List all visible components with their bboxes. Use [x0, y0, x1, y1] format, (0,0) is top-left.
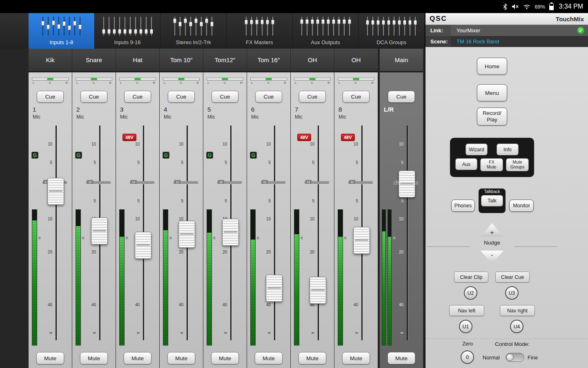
monitor-button[interactable]: Monitor [509, 200, 534, 212]
fx-mute-button[interactable]: FX Mute [480, 158, 503, 171]
mini-fader [205, 17, 208, 36]
fader-handle[interactable] [178, 221, 195, 248]
user-button-u4[interactable]: U4 [510, 320, 523, 333]
cue-button[interactable]: Cue [255, 91, 282, 103]
fader-handle[interactable] [353, 227, 370, 254]
mute-button[interactable]: Mute [80, 352, 108, 364]
menu-button[interactable]: Menu [477, 84, 507, 101]
clear-clip-button[interactable]: Clear Clip [454, 272, 488, 283]
mute-button[interactable]: Mute [36, 352, 64, 364]
tab-label: Aux Outputs [311, 39, 340, 49]
channel-select-header[interactable]: OH [334, 49, 378, 72]
user-button-u1[interactable]: U1 [459, 320, 472, 333]
home-button[interactable]: Home [477, 58, 507, 75]
phones-button[interactable]: Phones [451, 200, 475, 212]
fader-handle[interactable] [47, 178, 64, 205]
channel-select-header[interactable]: Tom 10" [160, 49, 203, 72]
fader-handle[interactable] [135, 232, 151, 259]
channel-select-header[interactable]: Tom12" [203, 49, 247, 72]
mini-fader [102, 17, 105, 36]
user-button-u3[interactable]: U3 [505, 286, 519, 300]
cue-button[interactable]: Cue [124, 91, 151, 103]
channel-select-header[interactable]: Kik [29, 49, 72, 72]
tab-inputs-9-16[interactable]: Inputs 9-16 [95, 13, 161, 49]
fader-scale-mark: 20 [45, 250, 52, 254]
fader-scale-mark: 10 [307, 142, 314, 146]
fader-handle[interactable] [266, 275, 283, 302]
tab-stereo-in-2-trk[interactable]: Stereo In/2-Trk [160, 13, 227, 49]
mute-button[interactable]: Mute [211, 352, 239, 364]
divider [514, 246, 557, 247]
mute-button[interactable]: Mute [342, 352, 370, 364]
channel-select-header[interactable]: Snare [72, 49, 116, 72]
fader-scale-mark: 5 [176, 199, 183, 203]
meter-fill [32, 220, 37, 345]
channel-strip-body: L C R Cue 7 Mic 48V 0 105U5102040∞ Mute [291, 72, 334, 368]
user-button-u2[interactable]: U2 [464, 286, 477, 300]
control-mode-toggle[interactable] [506, 353, 524, 362]
mini-fader [261, 17, 264, 36]
tab-fx-masters[interactable]: FX Masters [227, 13, 293, 49]
mini-fader [316, 17, 319, 36]
channel-select-header[interactable]: OH [291, 49, 334, 72]
level-meter [338, 209, 343, 346]
mini-fader [408, 17, 412, 36]
talk-button[interactable]: Talk [481, 195, 503, 206]
clear-cue-button[interactable]: Clear Cue [495, 272, 530, 283]
fader-handle[interactable] [310, 277, 326, 304]
record-play-button[interactable]: Record/ Play [477, 108, 507, 126]
fader-scale-mark: U [262, 180, 268, 184]
mini-fader-cap [194, 18, 198, 23]
cue-button[interactable]: Cue [212, 91, 238, 103]
mute-button[interactable]: Mute [124, 352, 151, 364]
mini-fader-cap [102, 29, 105, 34]
gate-badge: G [206, 152, 213, 159]
fader-handle[interactable] [91, 218, 108, 245]
tab-aux-outputs[interactable]: Aux Outputs [293, 13, 359, 49]
tab-inputs-1-8[interactable]: Inputs 1-8 [29, 13, 95, 49]
tab-dca-groups[interactable]: DCA Groups [359, 13, 425, 49]
cue-button[interactable]: Cue [168, 91, 195, 103]
mute-button[interactable]: Mute [298, 352, 326, 364]
mini-fader [332, 17, 335, 36]
nav-right-button[interactable]: Nav right [500, 305, 535, 316]
mini-fader [343, 17, 346, 36]
mute-groups-button[interactable]: Mute Groups [506, 158, 529, 171]
channel-select-header[interactable]: Hat [116, 49, 159, 72]
nudge-down-button[interactable]: - [481, 251, 503, 264]
aux-button[interactable]: Aux [455, 158, 477, 170]
mini-fader [129, 17, 132, 36]
pan-labels: L C R [119, 81, 156, 85]
mute-button[interactable]: Mute [255, 352, 283, 364]
cue-button[interactable]: Cue [37, 91, 64, 103]
mini-fader [371, 17, 374, 36]
nudge-up-button[interactable]: + [481, 223, 503, 237]
meter-zero-label: 0 [38, 236, 40, 240]
pan-position [178, 78, 185, 80]
mute-button[interactable]: Mute [388, 352, 415, 364]
channel-select-header[interactable]: Main [380, 49, 423, 72]
pan-bar [207, 78, 243, 81]
fader-scale-mark: U [174, 180, 180, 184]
cue-button[interactable]: Cue [343, 91, 370, 103]
fader-scale-mark: ∞ [396, 330, 403, 335]
talkback-label: Talkback [484, 189, 500, 194]
fader-handle[interactable] [399, 171, 415, 197]
fader-handle[interactable] [222, 219, 239, 246]
mute-button[interactable]: Mute [167, 352, 195, 364]
cue-button[interactable]: Cue [388, 91, 415, 103]
cue-button[interactable]: Cue [299, 91, 326, 103]
mini-fader [376, 17, 380, 36]
info-button[interactable]: Info [497, 144, 519, 155]
fader-scale-mark: 20 [263, 250, 271, 254]
wizard-button[interactable]: Wizard [466, 144, 488, 155]
zero-button[interactable]: 0 [461, 350, 474, 364]
fader-scale-mark: 10 [263, 142, 271, 146]
nav-left-button[interactable]: Nav left [449, 305, 484, 316]
cue-button[interactable]: Cue [80, 91, 107, 103]
mini-fader-cap [255, 20, 258, 25]
channel-select-header[interactable]: Tom 16" [247, 49, 290, 72]
link-value: YourMixer [457, 27, 480, 34]
product-name: TouchMix [556, 16, 584, 22]
mini-fader-cap [184, 18, 187, 23]
